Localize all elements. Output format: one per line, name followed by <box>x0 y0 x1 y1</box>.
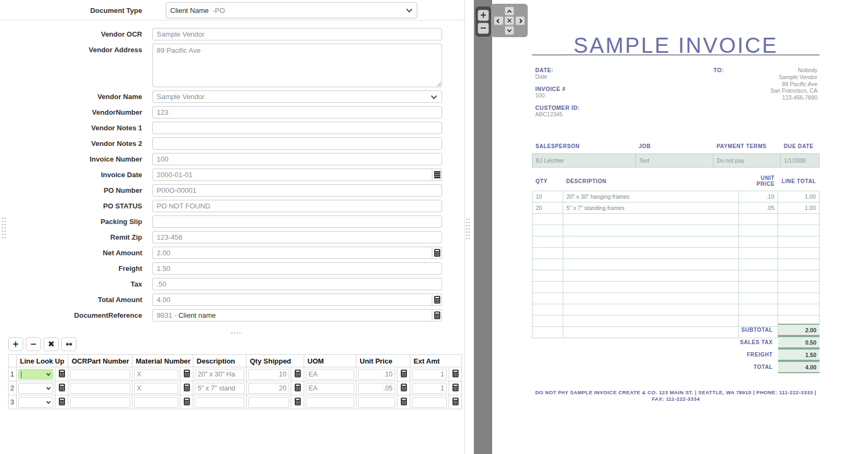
ocr-part-number-input[interactable] <box>70 397 130 408</box>
freight-label: Freight <box>0 262 152 275</box>
left-resize-handle[interactable] <box>1 216 6 238</box>
pan-right-button[interactable] <box>515 16 525 25</box>
line-look-up-select[interactable] <box>18 369 53 380</box>
ext-amt-calculator-button[interactable] <box>452 383 459 392</box>
invoice-preview: SAMPLE INVOICE DATE: Date INVOICE # 100 … <box>530 0 821 454</box>
item-qty: 10 <box>533 191 563 202</box>
ext-amt-calculator-button[interactable] <box>452 369 459 378</box>
document-type-select[interactable]: Client Name -PO <box>166 2 417 18</box>
uom-input[interactable] <box>306 397 354 408</box>
delete-rows-button[interactable]: ✖ <box>44 337 59 351</box>
salesperson-header: SALESPERSON <box>533 142 636 154</box>
horizontal-resize-handle[interactable] <box>230 332 241 335</box>
x-icon: ✕ <box>507 17 513 25</box>
pan-close-button[interactable]: ✕ <box>505 16 514 25</box>
pan-up-button[interactable] <box>505 6 514 16</box>
material-number-input[interactable] <box>134 369 178 380</box>
ext-amt-input[interactable] <box>412 397 447 408</box>
net-amount-label: Net Amount <box>0 247 152 259</box>
net-amount-input[interactable] <box>152 247 432 259</box>
viewer-divider-bar[interactable] <box>474 0 492 454</box>
chevron-down-icon <box>507 27 512 32</box>
freight-value: 1.50 <box>778 348 820 361</box>
material-number-calculator-button[interactable] <box>184 397 190 406</box>
qty-shipped-input[interactable] <box>248 397 289 408</box>
net-amount-calculator-button[interactable] <box>432 247 442 259</box>
to-line: 123-456-7890 <box>770 94 817 101</box>
description-input[interactable] <box>195 383 244 394</box>
invoice-footer-text: DO NOT PAY SAMPLE INVOICE CREATE & CO. 1… <box>532 389 820 402</box>
ext-amt-input[interactable] <box>412 369 447 380</box>
vendor-name-select[interactable]: Sample Vendor <box>152 90 442 103</box>
vendor-notes-2-input[interactable] <box>152 137 442 150</box>
vendor-notes-1-input[interactable] <box>152 122 442 134</box>
divider <box>0 20 464 20</box>
salesperson-value: BJ Leichter <box>533 154 636 167</box>
document-type-suffix: -PO <box>209 6 225 15</box>
uom-input[interactable] <box>306 383 354 394</box>
line-look-up-calculator-button[interactable] <box>59 383 65 392</box>
qty-shipped-input[interactable] <box>248 383 289 394</box>
line-look-up-calculator-button[interactable] <box>59 397 65 406</box>
qty-shipped-calculator-button[interactable] <box>295 369 301 378</box>
unit-price-calculator-button[interactable] <box>401 397 407 406</box>
add-row-button[interactable]: + <box>8 337 23 351</box>
qty-shipped-calculator-button[interactable] <box>295 383 301 392</box>
material-number-calculator-button[interactable] <box>184 383 190 392</box>
invoice-number-input[interactable] <box>152 153 442 165</box>
po-status-label: PO STATUS <box>0 200 152 212</box>
unit-price-calculator-button[interactable] <box>401 369 407 378</box>
pan-left-button[interactable] <box>494 16 503 25</box>
freight-input[interactable] <box>152 262 442 275</box>
document-reference-input[interactable]: 9831 - Client name <box>152 309 432 322</box>
material-number-calculator-button[interactable] <box>184 369 190 378</box>
description-input[interactable] <box>195 369 244 380</box>
sales-tax-label: SALES TAX <box>740 336 778 348</box>
ext-amt-calculator-button[interactable] <box>452 397 459 406</box>
unit-price-input[interactable] <box>358 383 395 394</box>
zoom-in-button[interactable]: + <box>478 10 489 21</box>
plus-icon: + <box>480 10 487 20</box>
calendar-button[interactable] <box>432 169 442 181</box>
line-look-up-select[interactable] <box>18 383 53 394</box>
packing-slip-label: Packing Slip <box>0 215 152 228</box>
ocr-part-number-input[interactable] <box>70 369 130 380</box>
total-amount-input[interactable] <box>152 294 432 306</box>
invoice-empty-row <box>533 293 820 304</box>
description-input[interactable] <box>195 397 244 408</box>
unit-price-calculator-button[interactable] <box>401 383 407 392</box>
remit-zip-input[interactable] <box>152 231 442 243</box>
line-look-up-calculator-button[interactable] <box>59 369 65 378</box>
line-look-up-select[interactable] <box>18 397 53 408</box>
tax-input[interactable] <box>152 278 442 290</box>
material-number-input[interactable] <box>134 383 178 394</box>
uom-input[interactable] <box>306 369 354 380</box>
invoice-date-input[interactable] <box>152 169 432 181</box>
document-reference-calculator-button[interactable] <box>432 309 442 322</box>
qty-shipped-calculator-button[interactable] <box>295 397 301 406</box>
qty-shipped-input[interactable] <box>248 369 289 380</box>
chevron-down-icon <box>46 385 51 389</box>
unit-price-header: UNIT PRICE <box>739 172 778 191</box>
pan-down-button[interactable] <box>505 26 514 35</box>
ocr-part-number-input[interactable] <box>70 383 130 394</box>
unit-price-input[interactable] <box>358 397 395 408</box>
field-row-packing-slip: Packing Slip <box>0 215 463 228</box>
total-amount-calculator-button[interactable] <box>432 294 442 306</box>
right-resize-handle[interactable] <box>465 218 471 239</box>
zoom-out-button[interactable]: − <box>478 23 489 34</box>
calculator-icon <box>184 397 190 406</box>
unit-price-input[interactable] <box>358 369 395 380</box>
resize-columns-button[interactable]: ↔ <box>61 337 76 351</box>
material-number-input[interactable] <box>134 397 178 408</box>
packing-slip-input[interactable] <box>152 215 442 228</box>
field-row-invoice-date: Invoice Date <box>0 169 463 181</box>
vendor-address-textarea[interactable]: 89 Pacific Ave <box>152 44 442 87</box>
vendor-number-input[interactable] <box>152 106 442 118</box>
sales-tax-value: 0.50 <box>778 336 820 348</box>
remove-row-button[interactable]: − <box>26 337 41 351</box>
ext-amt-input[interactable] <box>412 383 447 394</box>
po-status-input[interactable] <box>152 200 442 212</box>
po-number-input[interactable] <box>152 184 442 197</box>
vendor-ocr-input[interactable] <box>152 28 442 40</box>
